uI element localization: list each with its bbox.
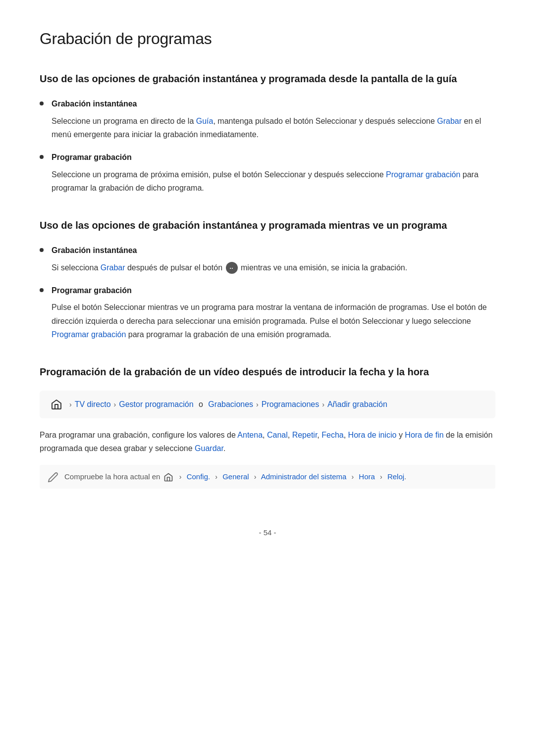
nav-programaciones[interactable]: Programaciones xyxy=(262,400,320,409)
section1-title: Uso de las opciones de grabación instant… xyxy=(40,72,495,86)
section3-body: Para programar una grabación, configure … xyxy=(40,428,495,455)
bullet-dot-3 xyxy=(40,248,44,252)
chevron-icon-1: › xyxy=(69,401,72,408)
nav-gestor-programacion[interactable]: Gestor programación xyxy=(119,400,193,409)
link-repetir[interactable]: Repetir xyxy=(292,431,318,439)
link-administrador[interactable]: Administrador del sistema xyxy=(261,472,347,481)
link-general[interactable]: General xyxy=(222,472,249,481)
link-guia-1[interactable]: Guía xyxy=(196,117,214,125)
link-fecha[interactable]: Fecha xyxy=(321,431,343,439)
bullet-label-instant-watching: Grabación instantánea xyxy=(52,244,137,257)
bullet-programar-watching: Programar grabación xyxy=(40,284,495,297)
bullet-instant-watching: Grabación instantánea xyxy=(40,244,495,257)
section-schedule-recording: Programación de la grabación de un vídeo… xyxy=(40,365,495,489)
section-instant-recording-guide: Uso de las opciones de grabación instant… xyxy=(40,72,495,195)
bullet-content-instant-watching: Si selecciona Grabar después de pulsar e… xyxy=(52,261,495,274)
link-reloj[interactable]: Reloj xyxy=(387,472,404,481)
chevron-note-1: › xyxy=(179,473,182,481)
chevron-note-4: › xyxy=(352,473,354,481)
bullet-programar-recording: Programar grabación xyxy=(40,151,495,164)
note-row: Compruebe la hora actual en › Config. › … xyxy=(40,465,495,489)
chevron-icon-2: › xyxy=(114,401,116,408)
section2-title: Uso de las opciones de grabación instant… xyxy=(40,218,495,232)
bullet-dot xyxy=(40,101,44,105)
home-icon xyxy=(50,398,63,411)
chevron-icon-3: › xyxy=(256,401,259,408)
two-dots-button-icon xyxy=(226,262,238,274)
home-icon-note xyxy=(163,472,173,482)
nav-breadcrumb: › TV directo › Gestor programación o Gra… xyxy=(40,391,495,418)
nav-tv-directo[interactable]: TV directo xyxy=(75,400,111,409)
section3-title: Programación de la grabación de un vídeo… xyxy=(40,365,495,379)
link-grabar-1[interactable]: Grabar xyxy=(437,117,462,125)
bullet-content-programar: Seleccione un programa de próxima emisió… xyxy=(52,168,495,195)
bullet-dot-4 xyxy=(40,288,44,292)
nav-anadir-grabacion[interactable]: Añadir grabación xyxy=(327,400,387,409)
page-title: Grabación de programas xyxy=(40,30,495,48)
link-config[interactable]: Config. xyxy=(187,472,211,481)
link-grabar-2[interactable]: Grabar xyxy=(101,263,125,272)
link-hora-inicio[interactable]: Hora de inicio xyxy=(348,431,397,439)
chevron-note-2: › xyxy=(215,473,217,481)
bullet-dot-2 xyxy=(40,155,44,159)
chevron-icon-4: › xyxy=(322,401,324,408)
bullet-label-programar: Programar grabación xyxy=(52,151,132,164)
chevron-note-5: › xyxy=(380,473,382,481)
pencil-icon xyxy=(48,472,58,483)
nav-grabaciones[interactable]: Grabaciones xyxy=(208,400,253,409)
link-guardar[interactable]: Guardar xyxy=(195,444,223,453)
link-antena[interactable]: Antena xyxy=(237,431,263,439)
bullet-instant-recording: Grabación instantánea xyxy=(40,98,495,110)
link-programar-grabacion-1[interactable]: Programar grabación xyxy=(386,170,460,179)
nav-or-text: o xyxy=(197,400,206,409)
link-canal[interactable]: Canal xyxy=(267,431,288,439)
note-text: Compruebe la hora actual en › Config. › … xyxy=(64,471,406,483)
section-instant-recording-watching: Uso de las opciones de grabación instant… xyxy=(40,218,495,341)
link-programar-grabacion-2[interactable]: Programar grabación xyxy=(52,330,126,339)
bullet-content-instant: Seleccione un programa en directo de la … xyxy=(52,114,495,141)
link-hora[interactable]: Hora xyxy=(359,472,375,481)
page-number: - 54 - xyxy=(259,528,276,537)
page-footer: - 54 - xyxy=(40,528,495,537)
chevron-note-3: › xyxy=(254,473,257,481)
bullet-content-programar-watching: Pulse el botón Seleccionar mientras ve u… xyxy=(52,301,495,341)
link-hora-fin[interactable]: Hora de fin xyxy=(405,431,443,439)
bullet-label-programar-watching: Programar grabación xyxy=(52,284,132,297)
bullet-label-instant: Grabación instantánea xyxy=(52,98,137,110)
